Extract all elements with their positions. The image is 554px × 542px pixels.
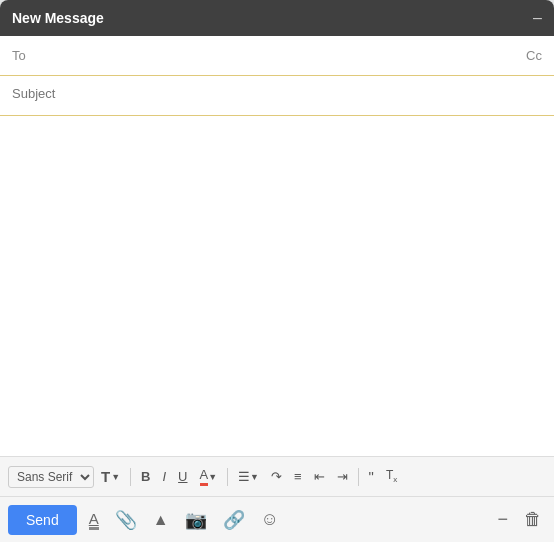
drive-button[interactable]: ▲ [149, 507, 173, 533]
quote-icon: " [369, 468, 374, 485]
minimize-button[interactable]: – [533, 10, 542, 26]
align-button[interactable]: ☰ ▼ [233, 466, 264, 487]
formatting-toggle-button[interactable]: A [85, 506, 103, 534]
window-title: New Message [12, 10, 104, 26]
italic-button[interactable]: I [157, 466, 171, 487]
formatting-icon: A [89, 510, 99, 530]
bullet-list-icon: ≡ [294, 469, 302, 484]
minimize-compose-icon: − [497, 509, 508, 530]
delete-compose-button[interactable]: 🗑 [520, 505, 546, 534]
numbered-list-button[interactable]: ↷ [266, 466, 287, 487]
body-area [0, 116, 554, 456]
font-color-button[interactable]: A ▼ [195, 464, 223, 489]
clear-formatting-icon: Tx [386, 468, 397, 484]
font-family-select[interactable]: Sans Serif [8, 466, 94, 488]
send-button[interactable]: Send [8, 505, 77, 535]
bold-icon: B [141, 469, 150, 484]
minimize-compose-button[interactable]: − [493, 505, 512, 534]
align-icon: ☰ [238, 469, 250, 484]
separator-3 [358, 468, 359, 486]
drive-icon: ▲ [153, 511, 169, 529]
cc-button[interactable]: Cc [526, 48, 542, 63]
attachment-button[interactable]: 📎 [111, 505, 141, 535]
underline-icon: U [178, 469, 187, 484]
numbered-list-icon: ↷ [271, 469, 282, 484]
font-size-icon: T [101, 468, 110, 485]
align-dropdown-icon: ▼ [250, 472, 259, 482]
indent-button[interactable]: ⇥ [332, 466, 353, 487]
clear-formatting-button[interactable]: Tx [381, 465, 402, 487]
titlebar: New Message – [0, 0, 554, 36]
outdent-icon: ⇤ [314, 469, 325, 484]
bullet-list-button[interactable]: ≡ [289, 466, 307, 487]
quote-button[interactable]: " [364, 465, 379, 488]
formatting-toolbar: Sans Serif T ▼ B I U A ▼ ☰ ▼ ↷ ≡ [0, 456, 554, 496]
subject-row [0, 76, 554, 116]
separator-1 [130, 468, 131, 486]
titlebar-controls: – [533, 10, 542, 26]
font-size-dropdown-icon: ▼ [111, 472, 120, 482]
to-input[interactable] [42, 48, 526, 63]
underline-button[interactable]: U [173, 466, 192, 487]
font-size-button[interactable]: T ▼ [96, 465, 125, 488]
italic-icon: I [162, 469, 166, 484]
delete-icon: 🗑 [524, 509, 542, 530]
emoji-icon: ☺ [261, 509, 279, 530]
bold-button[interactable]: B [136, 466, 155, 487]
font-color-dropdown-icon: ▼ [208, 472, 217, 482]
compose-window: New Message – To Cc Sans Serif T ▼ B I [0, 0, 554, 542]
to-label: To [12, 48, 42, 63]
indent-icon: ⇥ [337, 469, 348, 484]
bottom-toolbar: Send A 📎 ▲ 📷 🔗 ☺ − 🗑 [0, 496, 554, 542]
photo-icon: 📷 [185, 509, 207, 531]
link-button[interactable]: 🔗 [219, 505, 249, 535]
subject-input[interactable] [12, 86, 542, 101]
to-row: To Cc [0, 36, 554, 76]
separator-2 [227, 468, 228, 486]
body-input[interactable] [12, 124, 542, 448]
outdent-button[interactable]: ⇤ [309, 466, 330, 487]
attachment-icon: 📎 [115, 509, 137, 531]
emoji-button[interactable]: ☺ [257, 505, 283, 534]
font-color-icon: A [200, 467, 209, 486]
link-icon: 🔗 [223, 509, 245, 531]
photo-button[interactable]: 📷 [181, 505, 211, 535]
